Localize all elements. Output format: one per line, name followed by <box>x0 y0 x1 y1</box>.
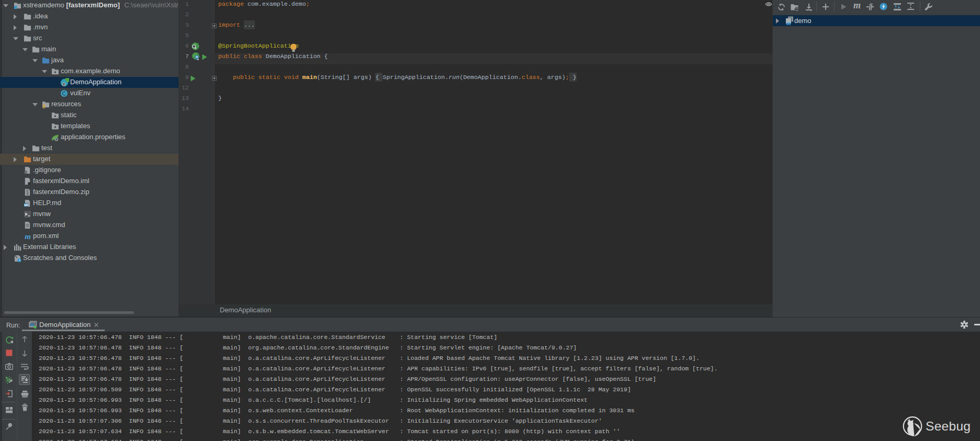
svg-text:MD: MD <box>24 203 28 207</box>
svg-text:m: m <box>786 20 791 26</box>
svg-text:m: m <box>25 232 31 241</box>
